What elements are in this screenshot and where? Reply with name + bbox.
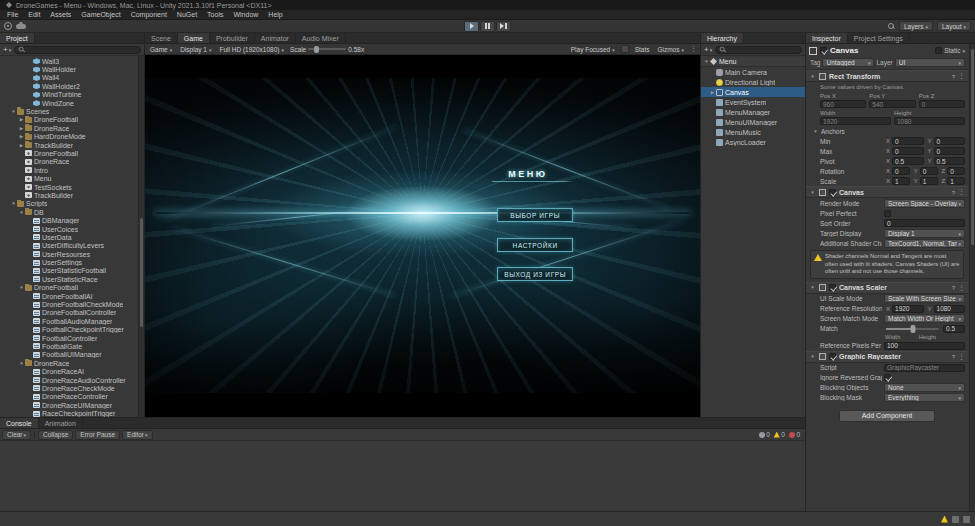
hierarchy-item-menuuimanager[interactable]: MenuUIManager [701, 117, 805, 127]
progress-indicator-icon[interactable] [963, 516, 970, 523]
project-item-dronefootball[interactable]: DroneFootball [0, 116, 137, 124]
project-scrollbar[interactable] [138, 56, 144, 417]
pivot-x-field[interactable]: 0.5 [892, 157, 923, 165]
help-icon[interactable] [952, 189, 955, 196]
kebab-menu-icon[interactable] [690, 45, 697, 53]
rotation-y-field[interactable]: 0 [920, 167, 938, 175]
project-item-windturbine[interactable]: WindTurbine [0, 91, 137, 99]
layer-dropdown[interactable]: UI [895, 58, 965, 67]
kebab-menu-icon[interactable] [958, 353, 965, 361]
min-x-field[interactable]: 0 [892, 137, 923, 145]
foldout-open-icon[interactable] [18, 285, 25, 290]
editor-dropdown[interactable]: Editor [122, 430, 153, 440]
hierarchy-item-canvas[interactable]: Canvas [701, 87, 805, 97]
help-icon[interactable] [952, 73, 955, 80]
project-item-usersettings[interactable]: UserSettings [0, 258, 137, 266]
hierarchy-item-eventsystem[interactable]: EventSystem [701, 97, 805, 107]
layout-dropdown[interactable]: Layout [937, 21, 971, 31]
project-item-droneraceai[interactable]: DroneRaceAI [0, 367, 137, 375]
screen-match-mode-dropdown[interactable]: Match Width Or Height [884, 314, 965, 323]
hierarchy-scene-menu[interactable]: Menu [701, 57, 805, 67]
play-focused-dropdown[interactable]: Play Focused [569, 46, 617, 53]
hierarchy-item-main-camera[interactable]: Main Camera [701, 67, 805, 77]
project-item-dronefootballcontroller[interactable]: DroneFootballController [0, 309, 137, 317]
foldout-closed-icon[interactable] [709, 90, 716, 95]
help-icon[interactable] [952, 353, 955, 360]
project-item-droneracecontroller[interactable]: DroneRaceController [0, 393, 137, 401]
project-item-userstatisticfootball[interactable]: UserStatisticFootball [0, 267, 137, 275]
foldout-open-icon[interactable] [18, 210, 25, 215]
error-pause-toggle[interactable]: Error Pause [75, 430, 120, 440]
max-y-field[interactable]: 0 [934, 147, 965, 155]
project-item-trackbuilder[interactable]: TrackBuilder [0, 191, 137, 199]
project-item-droneraceaudiocontroller[interactable]: DroneRaceAudioController [0, 376, 137, 384]
menu-help[interactable]: Help [263, 10, 287, 19]
error-count[interactable]: 0 [789, 431, 800, 438]
project-item-menu[interactable]: Menu [0, 174, 137, 182]
project-item-harddronemode[interactable]: HardDroneMode [0, 133, 137, 141]
target-display-dropdown[interactable]: Display 1 [884, 229, 965, 238]
foldout-open-icon[interactable] [809, 285, 816, 290]
tab-project[interactable]: Project [0, 33, 35, 43]
hierarchy-item-directional-light[interactable]: Directional Light [701, 77, 805, 87]
foldout-open-icon[interactable] [18, 361, 25, 366]
scale-x-field[interactable]: 1 [892, 177, 910, 185]
ignore-reversed-graphics-checkbox[interactable] [884, 374, 891, 381]
foldout-closed-icon[interactable] [18, 143, 25, 148]
ui-scale-mode-dropdown[interactable]: Scale With Screen Size [884, 294, 965, 303]
foldout-open-icon[interactable] [10, 109, 17, 114]
project-item-trackbuilder[interactable]: TrackBuilder [0, 141, 137, 149]
project-item-userdata[interactable]: UserData [0, 233, 137, 241]
notification-icon[interactable] [941, 516, 948, 523]
menu-component[interactable]: Component [126, 10, 172, 19]
reference-resolution-x-field[interactable]: 1920 [892, 305, 923, 313]
gizmos-dropdown[interactable]: Gizmos [655, 46, 686, 53]
project-item-dronerace[interactable]: DroneRace [0, 359, 137, 367]
match-slider[interactable] [886, 328, 939, 330]
info-count[interactable]: 0 [759, 431, 770, 438]
game-button-exit-game[interactable]: ВЫХОД ИЗ ИГРЫ [497, 267, 572, 281]
slider-knob[interactable] [910, 325, 915, 333]
tab-probuilder[interactable]: Probuilder [210, 33, 255, 43]
stats-toggle[interactable]: Stats [633, 46, 652, 53]
project-item-userdifficultylevers[interactable]: UserDifficultyLevers [0, 242, 137, 250]
tab-scene[interactable]: Scene [145, 33, 178, 43]
project-search-input[interactable] [14, 46, 141, 54]
scale-z-field[interactable]: 1 [947, 177, 965, 185]
slider-knob[interactable] [314, 46, 319, 53]
project-item-dronerace[interactable]: DroneRace [0, 124, 137, 132]
display-dropdown[interactable]: Display 1 [178, 46, 213, 53]
cache-server-icon[interactable] [952, 516, 959, 523]
console-log-area[interactable] [0, 441, 805, 511]
tab-game[interactable]: Game [178, 33, 210, 43]
menu-edit[interactable]: Edit [23, 10, 45, 19]
project-item-footballaudiomanager[interactable]: FootballAudioManager [0, 317, 137, 325]
component-enabled-checkbox[interactable] [829, 284, 836, 291]
create-object-button[interactable] [704, 45, 712, 54]
component-header-canvas[interactable]: Canvas [806, 186, 968, 198]
menu-nuget[interactable]: NuGet [172, 10, 202, 19]
foldout-closed-icon[interactable] [18, 134, 25, 139]
menu-assets[interactable]: Assets [45, 10, 76, 19]
step-button[interactable] [496, 21, 511, 32]
create-asset-button[interactable] [3, 45, 11, 54]
reference-resolution-y-field[interactable]: 1080 [934, 305, 965, 313]
collapse-toggle[interactable]: Collapse [38, 430, 73, 440]
scale-slider[interactable] [308, 48, 346, 50]
foldout-open-icon[interactable] [809, 190, 816, 195]
blocking-mask-dropdown[interactable]: Everything [884, 393, 965, 402]
account-icon[interactable] [4, 22, 12, 30]
foldout-open-icon[interactable] [809, 74, 816, 79]
project-item-dronefootballai[interactable]: DroneFootballAI [0, 292, 137, 300]
project-item-wall4[interactable]: Wall4 [0, 74, 137, 82]
tab-project-settings[interactable]: Project Settings [848, 33, 910, 43]
layers-dropdown[interactable]: Layers [899, 21, 933, 31]
tab-animator[interactable]: Animator [255, 33, 296, 43]
game-button-select-game[interactable]: ВЫБОР ИГРЫ [497, 208, 572, 222]
foldout-closed-icon[interactable] [18, 126, 25, 131]
render-mode-dropdown[interactable]: Screen Space - Overlay [884, 199, 965, 208]
warning-count[interactable]: 0 [774, 431, 785, 438]
tab-console[interactable]: Console [0, 418, 39, 428]
hierarchy-item-menumusic[interactable]: MenuMusic [701, 127, 805, 137]
game-view[interactable]: МЕНЮ ВЫБОР ИГРЫ НАСТРОЙКИ ВЫХОД ИЗ ИГРЫ [145, 55, 700, 417]
